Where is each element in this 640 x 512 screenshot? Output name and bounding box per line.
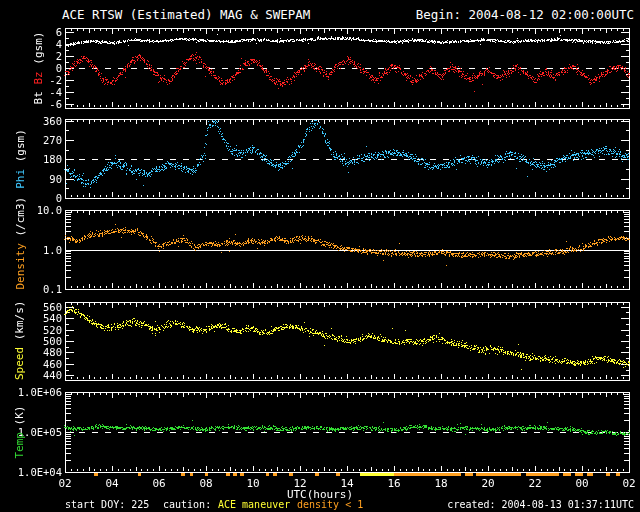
y-tick-label-phi: 90 <box>2 173 62 185</box>
y-tick-label-temp: 1.0E+04 <box>2 466 62 478</box>
y-tick-label-density: 1.0 <box>2 244 62 256</box>
y-tick-label-phi: 270 <box>2 134 62 146</box>
start-doy-label: start DOY: 225 <box>65 499 149 510</box>
ace-rtsw-plot: ACE RTSW (Estimated) MAG & SWEPAM Begin:… <box>0 0 640 512</box>
y-axis-title-part: Speed <box>13 347 26 380</box>
y-tick-label-speed: 440 <box>2 369 62 381</box>
y-tick-label-phi: 0 <box>2 192 62 204</box>
y-axis-title-part: Temp <box>13 432 26 459</box>
y-axis-title-part: Bz <box>32 71 45 84</box>
y-tick-label-phi: 360 <box>2 115 62 127</box>
caution-label: caution: <box>163 499 211 510</box>
y-axis-title-density: Density (/cm3) <box>12 210 28 289</box>
y-axis-title-temp: Temp (K) <box>12 392 28 472</box>
y-axis-title-part: (gsm) <box>32 32 45 72</box>
y-axis-title-phi: Phi (gsm) <box>12 119 28 198</box>
plot-canvas <box>0 0 640 512</box>
density-caution-label: density < 1 <box>297 499 363 510</box>
y-tick-label-temp: 1.0E+06 <box>2 386 62 398</box>
y-tick-label-density: 0.1 <box>2 283 62 295</box>
y-tick-label-speed: 540 <box>2 312 62 324</box>
y-axis-title-part: (/cm3) <box>13 196 26 242</box>
y-tick-label-speed: 480 <box>2 346 62 358</box>
y-axis-title-bt-bz: Bt Bz (gsm) <box>31 28 47 108</box>
y-tick-label-phi: 180 <box>2 153 62 165</box>
y-axis-title-part: Phi <box>13 168 26 188</box>
ace-maneuver-label: ACE maneuver <box>218 499 290 510</box>
y-tick-label-temp: 1.0E+05 <box>2 426 62 438</box>
y-tick-label-density: 10.0 <box>2 204 62 216</box>
created-timestamp: created: 2004-08-13 01:37:11UTC <box>447 499 634 510</box>
y-axis-title-part: (km/s) <box>13 301 26 347</box>
y-axis-title-part: (gsm) <box>13 129 26 169</box>
y-axis-title-part: Bt <box>32 85 45 105</box>
y-axis-title-part: Density <box>13 243 26 289</box>
y-axis-title-speed: Speed (km/s) <box>12 302 28 380</box>
y-axis-title-part: (K) <box>13 406 26 433</box>
